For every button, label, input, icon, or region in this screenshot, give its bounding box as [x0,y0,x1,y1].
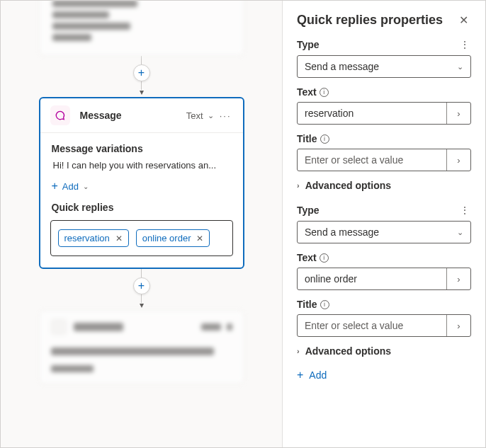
add-node-button[interactable]: + [133,64,150,81]
title-input[interactable]: Enter or select a value › [297,149,471,171]
arrow-down-icon: ▾ [140,87,144,97]
add-label: Add [309,369,327,381]
chevron-right-icon: › [297,181,300,190]
variation-preview[interactable]: Hi! I can help you with reservations an.… [40,159,243,178]
plus-icon: + [52,180,58,192]
info-icon[interactable]: i [320,300,329,309]
chevron-right-icon: › [297,347,300,355]
plus-icon: + [297,369,303,381]
add-variation-label: Add [62,181,79,192]
text-label: Texti [297,252,471,263]
node-more-button[interactable]: ··· [218,110,233,121]
chip-label: reservation [64,233,110,243]
remove-chip-icon[interactable]: ✕ [115,234,123,243]
chevron-right-icon[interactable]: › [446,103,470,124]
title-placeholder: Enter or select a value [298,149,446,171]
message-node[interactable]: Message Text ⌄ ··· Message variations Hi… [39,97,244,269]
panel-title: Quick replies properties [297,13,456,28]
title-field-label: Titlei [297,133,471,144]
info-icon[interactable]: i [320,88,329,97]
next-node-blurred [39,310,244,384]
message-icon [50,105,70,125]
previous-node-blurred [39,1,244,56]
node-title: Message [77,110,179,121]
chevron-right-icon[interactable]: › [446,268,470,289]
type-label: Type [297,39,458,50]
add-node-button[interactable]: + [133,277,150,294]
type-label: Type [297,205,458,216]
type-select[interactable]: Send a message ⌄ [297,221,471,243]
flow-canvas: + ▾ Message Text ⌄ ··· Message [1,1,282,447]
arrow-down-icon: ▾ [140,300,144,310]
text-input[interactable]: reservation › [297,102,471,125]
chevron-down-icon: ⌄ [83,183,89,190]
text-label: Texti [297,86,471,98]
output-type[interactable]: Text [186,110,203,121]
connector: + ▾ [15,269,268,310]
remove-chip-icon[interactable]: ✕ [196,234,203,243]
type-value: Send a message [305,61,379,72]
quick-reply-chip[interactable]: reservation ✕ [58,229,129,247]
type-select[interactable]: Send a message ⌄ [297,55,471,78]
chevron-right-icon[interactable]: › [446,315,470,336]
advanced-options-toggle[interactable]: › Advanced options [297,345,471,357]
variations-label: Message variations [40,133,243,159]
advanced-label: Advanced options [305,180,391,191]
info-icon[interactable]: i [320,253,329,263]
info-icon[interactable]: i [320,134,329,144]
text-value: online order [298,268,446,289]
add-quick-reply-button[interactable]: + Add [297,369,471,381]
advanced-options-toggle[interactable]: › Advanced options [297,180,471,191]
text-input[interactable]: online order › [297,268,471,290]
type-value: Send a message [305,226,379,238]
close-panel-button[interactable]: ✕ [456,12,471,28]
properties-panel: Quick replies properties ✕ Type ⋮ Send a… [282,1,485,447]
text-value: reservation [298,103,446,124]
connector: + ▾ [15,56,268,97]
quick-replies-box[interactable]: reservation ✕ online order ✕ [50,220,233,256]
quick-replies-label: Quick replies [40,199,243,217]
advanced-label: Advanced options [305,345,391,357]
chevron-down-icon[interactable]: ⌄ [208,111,214,120]
chip-label: online order [142,233,191,243]
quick-reply-chip[interactable]: online order ✕ [136,229,210,247]
reply-more-button[interactable]: ⋮ [458,204,471,217]
title-placeholder: Enter or select a value [298,315,446,336]
chevron-down-icon: ⌄ [457,62,463,71]
title-input[interactable]: Enter or select a value › [297,314,471,337]
reply-more-button[interactable]: ⋮ [458,38,471,51]
title-field-label: Titlei [297,299,471,310]
chevron-right-icon[interactable]: › [446,149,470,171]
add-variation-button[interactable]: + Add ⌄ [40,178,243,199]
chevron-down-icon: ⌄ [457,228,463,237]
